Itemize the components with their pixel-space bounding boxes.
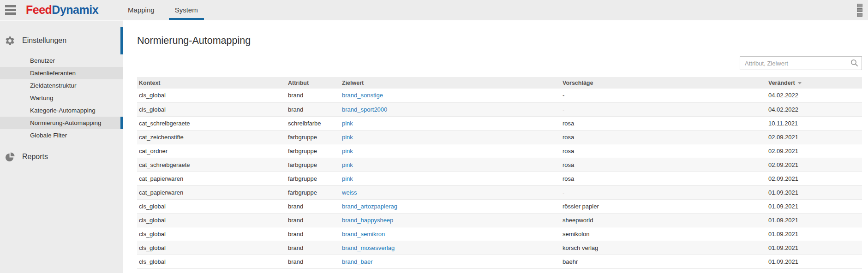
zielwert-link[interactable]: brand_semikron (342, 231, 385, 237)
brand-logo-dynamix: Dynamix (52, 3, 98, 16)
sidebar-group-einstellungen[interactable]: Einstellungen (0, 27, 123, 54)
zielwert-link[interactable]: pink (342, 175, 353, 182)
column-header-zielwert[interactable]: Zielwert (340, 77, 561, 89)
cell-zielwert: pink (340, 144, 561, 158)
brand-logo[interactable]: FeedDynamix (26, 3, 98, 17)
cell-attribut: brand (286, 213, 340, 227)
cell-attribut: brand (286, 227, 340, 241)
cell-veraendert: 01.09.2021 (764, 213, 862, 227)
zielwert-link[interactable]: pink (342, 120, 353, 127)
column-header-veraendert[interactable]: Verändert (764, 77, 862, 89)
sidebar-item-wartung[interactable]: Wartung (0, 92, 123, 104)
pie-chart-icon (5, 152, 15, 162)
cell-vorschlaege: rosa (561, 130, 764, 144)
cell-attribut: brand (286, 199, 340, 213)
column-header-kontext[interactable]: Kontext (137, 77, 286, 89)
main-content: Normierung-Automapping Kontext Attribut … (123, 20, 868, 273)
sidebar-item-normierung-automapping[interactable]: Normierung-Automapping (0, 117, 123, 129)
cell-zielwert: pink (340, 172, 561, 185)
sidebar-item-kategorie-automapping[interactable]: Kategorie-Automapping (0, 104, 123, 117)
cell-vorschlaege: rössler papier (561, 199, 764, 213)
table-row: cls_globalbrandbrand_sport2000-04.02.202… (137, 102, 862, 116)
hamburger-menu-icon[interactable] (5, 4, 16, 16)
cell-kontext: cls_global (137, 241, 286, 255)
cell-veraendert: 01.09.2021 (764, 227, 862, 241)
cell-veraendert: 02.09.2021 (764, 158, 862, 172)
search-box (740, 56, 862, 70)
zielwert-link[interactable]: weiss (342, 189, 357, 196)
cell-zielwert: weiss (340, 185, 561, 199)
column-header-vorschlaege[interactable]: Vorschläge (561, 77, 764, 89)
table-row: cls_globalbrandbrand_baerbaehr01.09.2021 (137, 255, 862, 268)
zielwert-link[interactable]: brand_artozpapierag (342, 203, 397, 210)
tab-mapping[interactable]: Mapping (122, 0, 161, 20)
zielwert-link[interactable]: brand_baer (342, 258, 373, 265)
search-input[interactable] (740, 56, 862, 70)
table-header-row: Kontext Attribut Zielwert Vorschläge Ver… (137, 77, 862, 89)
search-row (137, 56, 862, 70)
cell-kontext: cls_global (137, 227, 286, 241)
cell-kontext: cat_schreibgeraete (137, 116, 286, 130)
cell-vorschlaege: - (561, 89, 764, 102)
cell-kontext: cls_global (137, 199, 286, 213)
topbar: FeedDynamix Mapping System (0, 0, 868, 20)
cell-veraendert: 01.09.2021 (764, 185, 862, 199)
zielwert-link[interactable]: pink (342, 148, 353, 154)
table-row: cls_globalbrandbrand_happysheepsheepworl… (137, 213, 862, 227)
cell-attribut: farbgruppe (286, 130, 340, 144)
cell-veraendert: 10.11.2021 (764, 116, 862, 130)
sidebar-item-benutzer[interactable]: Benutzer (0, 54, 123, 67)
zielwert-link[interactable]: pink (342, 134, 353, 141)
zielwert-link[interactable]: brand_sport2000 (342, 106, 387, 113)
table-row: cat_schreibgeraetefarbgruppepinkrosa02.0… (137, 158, 862, 172)
cell-kontext: cls_global (137, 213, 286, 227)
search-icon[interactable] (850, 59, 859, 67)
cell-vorschlaege: rosa (561, 172, 764, 185)
table-row: cat_ordnerfarbgruppepinkrosa02.09.2021 (137, 144, 862, 158)
cell-zielwert: brand_semikron (340, 227, 561, 241)
sidebar-group-reports[interactable]: Reports (0, 148, 123, 166)
sidebar-item-datenlieferanten[interactable]: Datenlieferanten (0, 67, 123, 79)
cell-attribut: farbgruppe (286, 158, 340, 172)
gear-icon (5, 36, 15, 46)
brand-logo-feed: Feed (26, 3, 52, 16)
cell-zielwert: pink (340, 116, 561, 130)
table-row: cat_papierwarenfarbgruppeweiss-01.09.202… (137, 185, 862, 199)
sidebar-items: BenutzerDatenlieferantenZieldatenstruktu… (0, 54, 123, 142)
zielwert-link[interactable]: brand_sonstige (342, 92, 383, 99)
table-row: cls_globalbrandbrand_semikronsemikolon01… (137, 227, 862, 241)
cell-kontext: cls_global (137, 89, 286, 102)
cell-vorschlaege: baehr (561, 255, 764, 268)
cell-zielwert: brand_mosesverlag (340, 241, 561, 255)
cell-zielwert: brand_artozpapierag (340, 199, 561, 213)
cell-attribut: brand (286, 89, 340, 102)
kebab-menu-icon[interactable] (857, 4, 862, 17)
table-row: cls_globalbrandbrand_mosesverlagkorsch v… (137, 241, 862, 255)
sidebar: Einstellungen BenutzerDatenlieferantenZi… (0, 20, 123, 273)
sort-desc-icon (798, 82, 802, 84)
zielwert-link[interactable]: brand_happysheep (342, 217, 393, 224)
cell-veraendert: 01.09.2021 (764, 255, 862, 268)
cell-vorschlaege: korsch verlag (561, 241, 764, 255)
table-row: cat_papierwarenfarbgruppepinkrosa02.09.2… (137, 172, 862, 185)
cell-zielwert: pink (340, 130, 561, 144)
cell-veraendert: 01.09.2021 (764, 199, 862, 213)
cell-vorschlaege: rosa (561, 116, 764, 130)
cell-vorschlaege: rosa (561, 144, 764, 158)
zielwert-link[interactable]: pink (342, 161, 353, 168)
sidebar-group-label: Einstellungen (22, 36, 66, 45)
cell-kontext: cat_papierwaren (137, 185, 286, 199)
cell-vorschlaege: semikolon (561, 227, 764, 241)
cell-attribut: farbgruppe (286, 144, 340, 158)
zielwert-link[interactable]: brand_mosesverlag (342, 244, 395, 251)
cell-veraendert: 02.09.2021 (764, 144, 862, 158)
sidebar-item-zieldatenstruktur[interactable]: Zieldatenstruktur (0, 79, 123, 92)
table-row: cat_zeichenstiftefarbgruppepinkrosa02.09… (137, 130, 862, 144)
cell-kontext: cls_global (137, 255, 286, 268)
column-header-attribut[interactable]: Attribut (286, 77, 340, 89)
automapping-table: Kontext Attribut Zielwert Vorschläge Ver… (137, 77, 862, 269)
sidebar-item-globale-filter[interactable]: Globale Filter (0, 129, 123, 142)
column-header-label: Verändert (768, 80, 795, 86)
cell-zielwert: brand_sonstige (340, 89, 561, 102)
tab-system[interactable]: System (169, 0, 204, 20)
